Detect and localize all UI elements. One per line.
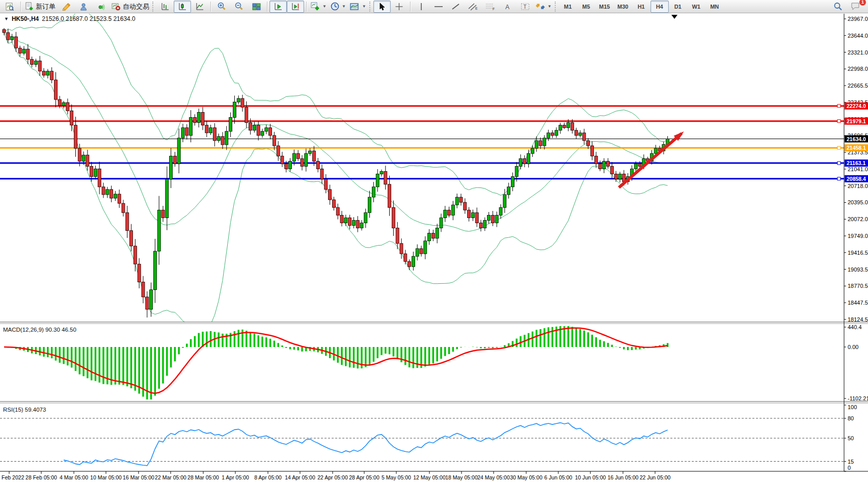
notifications-button[interactable]: 1 xyxy=(847,1,864,13)
autotrading-button[interactable]: 自动交易 xyxy=(110,1,151,13)
svg-text:F: F xyxy=(493,7,495,11)
hline-handle[interactable] xyxy=(837,162,840,165)
autotrading-icon xyxy=(112,3,121,11)
zoom-in-icon xyxy=(217,2,226,11)
line-chart-mode-button[interactable] xyxy=(191,1,208,13)
chart-shift-button[interactable] xyxy=(287,1,304,13)
hline-handle[interactable] xyxy=(837,120,840,123)
rsi-indicator-label: RSI(15) 59.4073 xyxy=(3,407,46,413)
text-tool[interactable]: A xyxy=(499,1,517,13)
tile-windows-button[interactable] xyxy=(248,1,265,13)
expert-person-icon xyxy=(79,3,88,11)
styles-crayon-button[interactable] xyxy=(58,1,75,13)
vertical-line-tool[interactable] xyxy=(413,1,430,13)
fibonacci-icon: F xyxy=(485,3,496,11)
svg-text:0: 0 xyxy=(848,465,851,471)
svg-text:5 May 05:00: 5 May 05:00 xyxy=(382,474,411,480)
new-order-label: 新订单 xyxy=(36,2,56,11)
search-button[interactable] xyxy=(829,1,847,13)
trendline-tool[interactable] xyxy=(447,1,465,13)
candlestick-chart[interactable]: 23967.023644.023321.022998.022665.522342… xyxy=(0,0,868,482)
svg-text:8 Apr 05:00: 8 Apr 05:00 xyxy=(254,474,282,480)
autotrading-label: 自动交易 xyxy=(123,2,149,11)
timeframe-d1[interactable]: D1 xyxy=(669,1,687,13)
svg-text:22 Mar 05:00: 22 Mar 05:00 xyxy=(155,474,186,480)
auto-scroll-button[interactable] xyxy=(269,1,287,13)
line-chart-icon xyxy=(196,3,204,11)
text-label-tool[interactable]: T xyxy=(517,1,534,13)
timeframe-h4[interactable]: H4 xyxy=(650,1,669,13)
new-order-icon xyxy=(25,2,34,11)
chart-window-icon[interactable] xyxy=(1,1,18,13)
svg-text:440.4: 440.4 xyxy=(848,324,862,330)
dropdown-arrow-icon: ▼ xyxy=(548,4,552,9)
cursor-tool-button[interactable] xyxy=(373,1,391,13)
new-chart-icon xyxy=(311,2,320,11)
svg-text:20072.0: 20072.0 xyxy=(848,216,868,222)
svg-text:12 May 05:00: 12 May 05:00 xyxy=(413,474,446,480)
notification-badge: 1 xyxy=(859,0,866,6)
horizontal-line-icon xyxy=(434,3,443,11)
price-chip-20858.4: 20858.4 xyxy=(845,175,868,182)
svg-text:18770.5: 18770.5 xyxy=(848,283,868,289)
timeframe-buttons: M1M5M15M30H1H4D1W1MN xyxy=(559,1,724,13)
text-icon: A xyxy=(504,3,511,11)
timeframe-w1[interactable]: W1 xyxy=(687,1,706,13)
bar-chart-mode-button[interactable] xyxy=(156,1,174,13)
zoom-out-button[interactable] xyxy=(230,1,248,13)
text-label-icon: T xyxy=(521,3,530,11)
hline-handle[interactable] xyxy=(837,177,840,180)
svg-text:19749.0: 19749.0 xyxy=(848,233,868,239)
auto-scroll-icon xyxy=(274,3,283,11)
svg-text:16 Jun 05:00: 16 Jun 05:00 xyxy=(608,474,639,480)
svg-text:28 Mar 05:00: 28 Mar 05:00 xyxy=(187,474,219,480)
svg-text:16 Mar 05:00: 16 Mar 05:00 xyxy=(123,474,154,480)
price-chip-21163.1: 21163.1 xyxy=(845,159,868,167)
svg-text:50: 50 xyxy=(848,435,854,441)
svg-text:21458.1: 21458.1 xyxy=(847,145,866,151)
tile-windows-icon xyxy=(252,3,261,11)
timeframe-h1[interactable]: H1 xyxy=(632,1,650,13)
svg-text:19093.5: 19093.5 xyxy=(848,266,868,273)
chart-shift-icon xyxy=(291,3,300,11)
new-chart-dropdown[interactable]: ▼ xyxy=(309,1,329,13)
signals-button[interactable] xyxy=(92,1,110,13)
svg-text:28 Apr 05:00: 28 Apr 05:00 xyxy=(349,474,379,480)
equidistant-channel-tool[interactable]: E xyxy=(465,1,482,13)
periods-dropdown[interactable]: ▼ xyxy=(329,1,348,13)
price-chip-21634.0: 21634.0 xyxy=(845,136,868,143)
candlestick-icon xyxy=(178,3,187,11)
timeframe-m5[interactable]: M5 xyxy=(577,1,595,13)
svg-text:22 Jun 05:00: 22 Jun 05:00 xyxy=(640,474,671,480)
candlestick-mode-button[interactable] xyxy=(174,1,191,13)
chart-collapse-icon[interactable]: ▼ xyxy=(4,16,9,21)
bar-chart-icon xyxy=(161,3,170,11)
arrows-dropdown[interactable]: ▼ xyxy=(534,1,554,13)
timeframe-m15[interactable]: M15 xyxy=(595,1,614,13)
crosshair-tool-button[interactable] xyxy=(391,1,408,13)
svg-text:23644.0: 23644.0 xyxy=(848,33,868,39)
horizontal-line-tool[interactable] xyxy=(430,1,447,13)
timeframe-mn[interactable]: MN xyxy=(706,1,724,13)
main-toolbar: 新订单 自动交易 xyxy=(0,0,868,13)
svg-text:15: 15 xyxy=(848,459,854,465)
fibonacci-tool[interactable]: F xyxy=(482,1,499,13)
vertical-line-icon xyxy=(418,3,425,11)
svg-text:E: E xyxy=(475,7,478,10)
hline-handle[interactable] xyxy=(837,146,840,149)
arrow-objects-icon xyxy=(536,3,545,11)
zoom-in-button[interactable] xyxy=(213,1,230,13)
expert-advisors-button[interactable] xyxy=(75,1,92,13)
mini-chart-icon xyxy=(6,3,14,11)
mt4-window: 新订单 自动交易 xyxy=(0,0,868,482)
svg-text:80: 80 xyxy=(848,415,854,421)
templates-dropdown[interactable]: ▼ xyxy=(348,1,368,13)
timeframe-m30[interactable]: M30 xyxy=(614,1,632,13)
crosshair-icon xyxy=(395,3,403,11)
new-order-button[interactable]: 新订单 xyxy=(23,1,58,13)
price-chip-22274.0: 22274.0 xyxy=(845,102,868,110)
hline-handle[interactable] xyxy=(837,104,840,108)
svg-text:20718.0: 20718.0 xyxy=(848,183,868,189)
svg-text:10 Jun 05:00: 10 Jun 05:00 xyxy=(575,474,606,480)
timeframe-m1[interactable]: M1 xyxy=(559,1,577,13)
